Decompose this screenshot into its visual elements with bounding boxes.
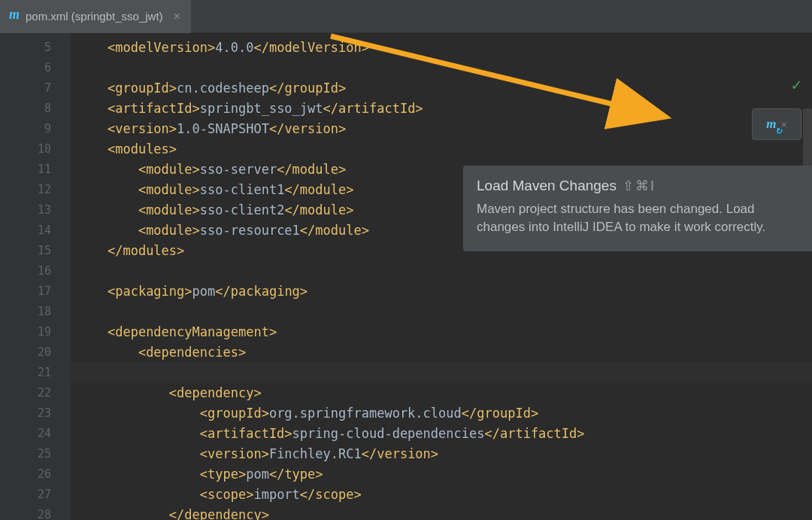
code-line[interactable]: <modelVersion>4.0.0</modelVersion>: [77, 38, 812, 58]
line-number: 5: [0, 38, 51, 58]
code-line[interactable]: </dependency>: [77, 505, 812, 520]
code-line[interactable]: <type>pom</type>: [77, 464, 812, 485]
line-number: 8: [0, 99, 51, 119]
close-tab-icon[interactable]: ×: [174, 10, 180, 23]
line-number: 27: [0, 485, 51, 505]
code-line[interactable]: [77, 363, 812, 383]
maven-changes-tooltip: Load Maven Changes⇧⌘I Maven project stru…: [463, 166, 812, 251]
editor-tab[interactable]: m pom.xml (springbt_sso_jwt) ×: [0, 0, 191, 33]
tooltip-body: Maven project structure has been changed…: [477, 200, 797, 236]
code-line[interactable]: <dependencyManagement>: [77, 322, 812, 342]
line-number: 28: [0, 505, 51, 520]
line-number: 16: [0, 261, 51, 281]
code-line[interactable]: <artifactId>spring-cloud-dependencies</a…: [77, 424, 812, 444]
code-line[interactable]: <scope>import</scope>: [77, 485, 812, 505]
code-area[interactable]: <modelVersion>4.0.0</modelVersion> <grou…: [71, 33, 812, 520]
code-line[interactable]: <version>Finchley.RC1</version>: [77, 444, 812, 464]
line-number: 18: [0, 302, 51, 322]
inspection-ok-icon[interactable]: ✓: [792, 75, 801, 94]
code-line[interactable]: <packaging>pom</packaging>: [77, 281, 812, 302]
maven-file-icon: m: [9, 7, 20, 23]
line-number: 25: [0, 444, 51, 464]
code-line[interactable]: <dependency>: [77, 383, 812, 403]
line-number: 20: [0, 342, 51, 363]
tooltip-shortcut: ⇧⌘I: [623, 178, 656, 193]
code-line[interactable]: <artifactId>springbt_sso_jwt</artifactId…: [77, 99, 812, 119]
line-number: 19: [0, 322, 51, 342]
code-line[interactable]: <groupId>cn.codesheep</groupId>: [77, 78, 812, 99]
code-line[interactable]: [77, 261, 812, 281]
line-number: 12: [0, 180, 51, 200]
line-number: 13: [0, 200, 51, 220]
line-number: 26: [0, 464, 51, 485]
line-number: 15: [0, 241, 51, 261]
editor: 5678910111213141516171819202122232425262…: [0, 33, 812, 520]
line-number: 22: [0, 383, 51, 403]
tab-bar: m pom.xml (springbt_sso_jwt) ×: [0, 0, 812, 33]
tooltip-title: Load Maven Changes⇧⌘I: [477, 178, 797, 194]
line-number: 24: [0, 424, 51, 444]
line-number: 23: [0, 403, 51, 424]
line-number: 9: [0, 119, 51, 139]
line-number: 21: [0, 363, 51, 383]
maven-reload-icon: m ↻: [766, 117, 776, 132]
load-maven-changes-button[interactable]: m ↻ ×: [752, 108, 801, 140]
code-line[interactable]: <dependencies>: [77, 342, 812, 363]
line-number-gutter: 5678910111213141516171819202122232425262…: [0, 33, 71, 520]
code-line[interactable]: <groupId>org.springframework.cloud</grou…: [77, 403, 812, 424]
code-line[interactable]: [77, 58, 812, 78]
code-line[interactable]: [77, 302, 812, 322]
tab-filename: pom.xml (springbt_sso_jwt): [26, 10, 163, 23]
line-number: 10: [0, 139, 51, 160]
code-line[interactable]: <version>1.0-SNAPSHOT</version>: [77, 119, 812, 139]
line-number: 14: [0, 220, 51, 241]
code-line[interactable]: <modules>: [77, 139, 812, 160]
line-number: 17: [0, 281, 51, 302]
line-number: 7: [0, 78, 51, 99]
line-number: 6: [0, 58, 51, 78]
line-number: 11: [0, 160, 51, 180]
